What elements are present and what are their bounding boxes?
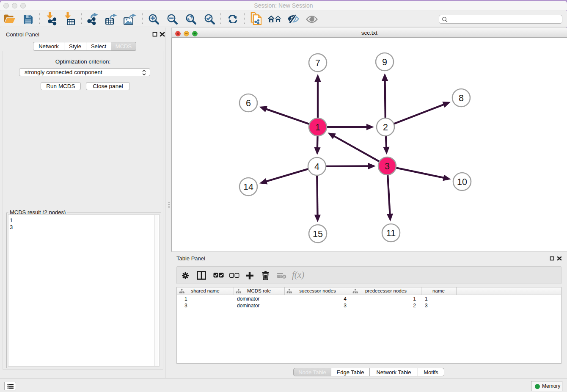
svg-text:9: 9: [382, 57, 387, 67]
svg-text:15: 15: [313, 229, 323, 239]
svg-text:2: 2: [383, 122, 388, 133]
svg-text:7: 7: [315, 58, 320, 68]
svg-text:1: 1: [315, 122, 320, 133]
svg-text:8: 8: [459, 93, 464, 103]
svg-text:11: 11: [386, 228, 396, 238]
svg-text:3: 3: [385, 161, 390, 171]
svg-text:14: 14: [243, 182, 253, 192]
svg-text:4: 4: [314, 162, 319, 172]
svg-text:10: 10: [457, 177, 467, 187]
svg-text:6: 6: [246, 98, 251, 108]
